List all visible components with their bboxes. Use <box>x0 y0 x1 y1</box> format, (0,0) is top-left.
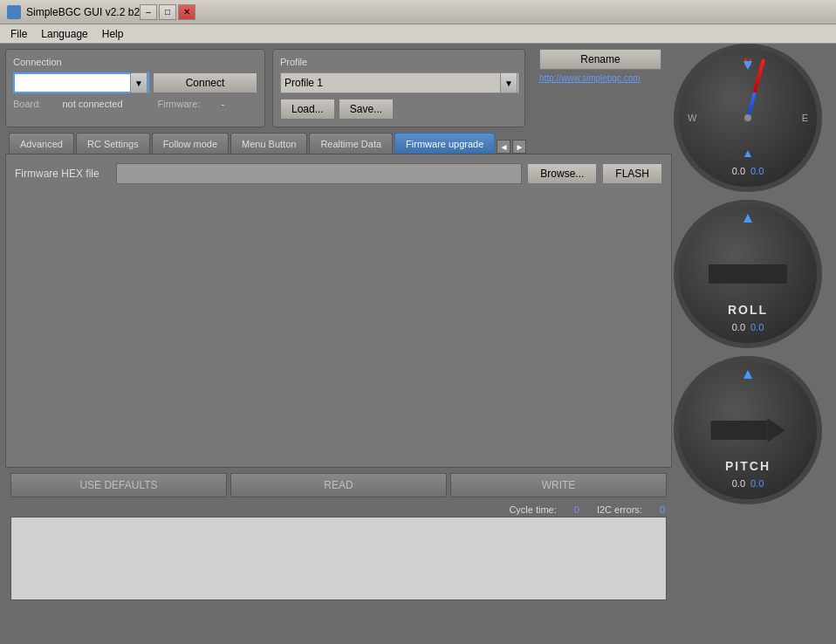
app-icon <box>7 5 21 19</box>
top-section: Connection ▼ Connect Board: not connecte… <box>5 49 672 127</box>
tab-bar: Advanced RC Settings Follow mode Menu Bu… <box>5 133 672 154</box>
connection-row: ▼ Connect <box>13 72 257 93</box>
blue-indicator-top <box>743 61 752 70</box>
rename-area: Rename http://www.simplebgc.com <box>532 49 672 127</box>
pitch-label: PITCH <box>725 459 771 473</box>
roll-values: 0.0 0.0 <box>732 322 764 332</box>
firmware-hex-label: Firmware HEX file <box>15 168 111 180</box>
app-window: const ticks = []; for(let i=0; i<72; i++… <box>0 44 836 644</box>
read-button[interactable]: READ <box>230 473 447 497</box>
roll-indicator-top <box>743 214 752 223</box>
menu-bar: File Language Help <box>0 24 836 44</box>
pitch-gauge: for(let i=0; i<72; i++){ const angle = i… <box>674 356 822 509</box>
rename-button[interactable]: Rename <box>539 49 661 70</box>
pitch-indicator-top <box>743 370 752 379</box>
blue-indicator-bottom <box>744 150 751 157</box>
log-area <box>10 517 667 600</box>
tab-firmware-upgrade[interactable]: Firmware upgrade <box>394 133 495 154</box>
compass-w: W <box>688 113 696 123</box>
tab-rc-settings[interactable]: RC Settings <box>76 133 150 154</box>
use-defaults-button[interactable]: USE DEFAULTS <box>10 473 227 497</box>
tab-nav-prev[interactable]: ◄ <box>497 140 511 154</box>
tab-nav-next[interactable]: ► <box>512 140 526 154</box>
board-info: Board: not connected Firmware: - <box>13 99 257 109</box>
minimize-button[interactable]: – <box>140 4 157 20</box>
title-text: SimpleBGC GUI v2.2 b2 <box>26 6 140 18</box>
firmware-label: Firmware: <box>158 99 201 109</box>
connection-label: Connection <box>13 57 257 67</box>
yaw-gauge: const ticks = []; for(let i=0; i<72; i++… <box>674 44 822 196</box>
close-button[interactable]: ✕ <box>178 4 195 20</box>
profile-panel: Profile Profile 1 Profile 2 Profile 3 Pr… <box>272 49 525 127</box>
bottom-buttons: USE DEFAULTS READ WRITE <box>5 468 672 503</box>
save-button[interactable]: Save... <box>339 99 394 120</box>
roll-gauge: for(let i=0; i<72; i++){ const angle = i… <box>674 200 822 353</box>
profile-label: Profile <box>280 57 517 67</box>
yaw-values: 0.0 0.0 <box>732 166 764 176</box>
i2c-errors-label: I2C errors: <box>597 504 642 515</box>
window-controls: – □ ✕ <box>140 4 195 20</box>
menu-help[interactable]: Help <box>95 26 131 42</box>
title-bar: SimpleBGC GUI v2.2 b2 – □ ✕ <box>0 0 836 24</box>
roll-value1: 0.0 <box>732 322 745 332</box>
profile-actions: Load... Save... <box>280 99 517 120</box>
maximize-button[interactable]: □ <box>159 4 176 20</box>
roll-label: ROLL <box>728 303 768 317</box>
connection-select[interactable] <box>13 72 149 93</box>
yaw-value1: 0.0 <box>732 166 745 176</box>
connect-button[interactable]: Connect <box>153 72 257 93</box>
profile-select-row: Profile 1 Profile 2 Profile 3 Profile 4 … <box>280 72 517 93</box>
pitch-value2: 0.0 <box>750 478 764 489</box>
pitch-arrow-body <box>711 421 768 440</box>
firmware-value: - <box>221 99 224 109</box>
load-button[interactable]: Load... <box>280 99 335 120</box>
roll-value2: 0.0 <box>750 322 764 332</box>
log-footer: Cycle time: 0 I2C errors: 0 <box>5 503 672 517</box>
board-label: Board: <box>13 99 41 109</box>
tab-realtime-data[interactable]: Realtime Data <box>309 133 393 154</box>
firmware-row: Firmware HEX file Browse... FLASH <box>15 163 662 184</box>
menu-language[interactable]: Language <box>34 26 94 42</box>
pitch-values: 0.0 0.0 <box>732 478 764 489</box>
connection-select-wrapper: ▼ <box>13 72 147 93</box>
cycle-time-label: Cycle time: <box>509 504 556 515</box>
main-area: Connection ▼ Connect Board: not connecte… <box>5 49 672 600</box>
website-link[interactable]: http://www.simplebgc.com <box>539 73 641 83</box>
gauge-panel: const ticks = []; for(let i=0; i<72; i++… <box>674 44 831 509</box>
cycle-time-value: 0 <box>574 504 579 515</box>
yaw-value2: 0.0 <box>750 166 764 176</box>
pitch-value1: 0.0 <box>732 478 745 489</box>
menu-file[interactable]: File <box>3 26 34 42</box>
board-value: not connected <box>62 99 122 109</box>
compass-e: E <box>802 113 808 123</box>
tabs-container: Advanced RC Settings Follow mode Menu Bu… <box>5 133 672 154</box>
pitch-arrow-container <box>711 418 785 442</box>
connection-panel: Connection ▼ Connect Board: not connecte… <box>5 49 265 127</box>
flash-button[interactable]: FLASH <box>602 163 662 184</box>
tab-menu-button[interactable]: Menu Button <box>230 133 307 154</box>
write-button[interactable]: WRITE <box>450 473 667 497</box>
browse-button[interactable]: Browse... <box>527 163 597 184</box>
profile-select[interactable]: Profile 1 Profile 2 Profile 3 Profile 4 … <box>280 72 519 93</box>
pitch-arrow-tip <box>768 418 785 442</box>
profile-select-wrapper: Profile 1 Profile 2 Profile 3 Profile 4 … <box>280 72 517 93</box>
tab-advanced[interactable]: Advanced <box>9 133 74 154</box>
firmware-path-input[interactable] <box>116 163 522 184</box>
main-content: Firmware HEX file Browse... FLASH <box>5 154 672 468</box>
i2c-errors-value: 0 <box>660 504 665 515</box>
roll-arrow-body <box>709 264 787 284</box>
compass-center <box>744 114 751 121</box>
tab-follow-mode[interactable]: Follow mode <box>152 133 229 154</box>
